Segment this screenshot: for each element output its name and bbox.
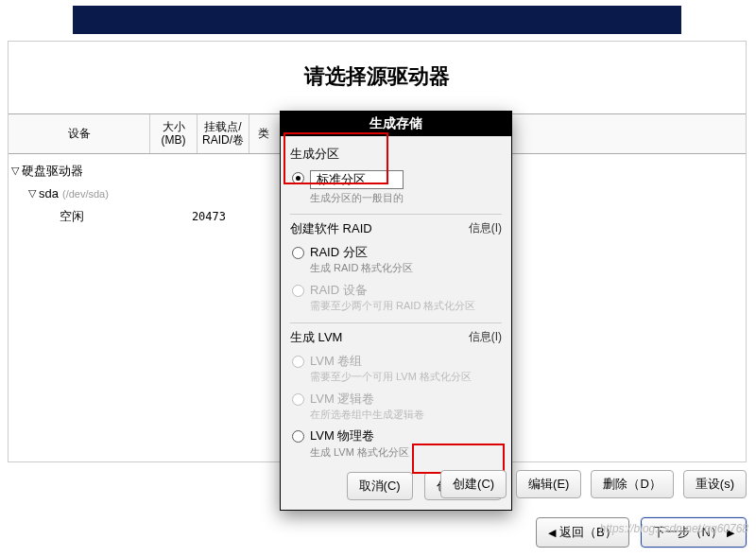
radio-lvm-pv[interactable]: LVM 物理卷 生成 LVM 格式化分区 [290, 425, 502, 462]
back-label: 返回（B） [559, 524, 617, 541]
chevron-down-icon[interactable]: ▽ [26, 187, 39, 200]
radio-standard-partition[interactable]: 标准分区 生成分区的一般目的 [290, 166, 502, 208]
radio-lvm-pv-desc: 生成 LVM 格式化分区 [310, 445, 409, 459]
col-size[interactable]: 大小 (MB) [150, 114, 198, 153]
create-partition-button[interactable]: 创建(C) [440, 470, 507, 498]
page-title: 请选择源驱动器 [9, 42, 746, 113]
radio-icon [292, 285, 304, 297]
next-label: 下一步（N） [653, 524, 723, 541]
radio-icon [292, 356, 304, 368]
section-lvm: 生成 LVM 信息(I) [290, 329, 502, 346]
radio-icon [292, 172, 304, 184]
radio-standard-desc: 生成分区的一般目的 [310, 191, 404, 204]
section-lvm-title: 生成 LVM [290, 329, 342, 346]
radio-lvm-vg-desc: 需要至少一个可用 LVM 格式化分区 [310, 370, 472, 383]
section-raid: 创建软件 RAID 信息(I) [290, 220, 502, 237]
radio-raid-dev-label: RAID 设备 [310, 283, 475, 298]
tree-root-label: 硬盘驱动器 [22, 163, 83, 180]
dialog-title: 生成存储 [281, 112, 511, 136]
col-mount[interactable]: 挂载点/ RAID/卷 [198, 114, 249, 153]
radio-icon [292, 247, 304, 259]
radio-lvm-vg-label: LVM 卷组 [310, 354, 472, 369]
separator [290, 322, 502, 323]
section-partition: 生成分区 [290, 146, 502, 163]
tree-row-free[interactable]: 空闲 20473 [9, 205, 226, 228]
radio-lvm-lv-desc: 在所选卷组中生成逻辑卷 [310, 408, 424, 421]
edit-button[interactable]: 编辑(E) [516, 470, 581, 498]
radio-raid-device: RAID 设备 需要至少两个可用 RAID 格式化分区 [290, 279, 502, 317]
reset-button[interactable]: 重设(s) [683, 470, 747, 498]
col-device[interactable]: 设备 [9, 114, 150, 153]
radio-lvm-lv-label: LVM 逻辑卷 [310, 392, 424, 407]
create-storage-dialog: 生成存储 生成分区 标准分区 生成分区的一般目的 创建软件 RAID 信息(I)… [280, 111, 512, 511]
lvm-info-link[interactable]: 信息(I) [469, 329, 502, 345]
radio-icon [292, 430, 304, 443]
tree-free-label: 空闲 [60, 208, 84, 225]
radio-raid-partition[interactable]: RAID 分区 生成 RAID 格式化分区 [290, 241, 502, 279]
nav-bar: 返回（B） 下一步（N） [8, 517, 747, 548]
section-raid-title: 创建软件 RAID [290, 220, 372, 237]
col-size-l2: (MB) [154, 133, 193, 147]
radio-raid-part-desc: 生成 RAID 格式化分区 [310, 261, 413, 274]
radio-lvm-pv-label: LVM 物理卷 [310, 428, 409, 444]
separator [290, 214, 502, 215]
tree-disk-name: sda [39, 186, 59, 200]
tree-free-size: 20473 [179, 210, 226, 223]
radio-raid-part-label: RAID 分区 [310, 245, 413, 260]
col-mount-l1: 挂载点/ [201, 120, 245, 133]
col-size-l1: 大小 [154, 120, 193, 133]
top-banner [73, 6, 681, 34]
bottom-toolbar: 创建(C) 编辑(E) 删除（D） 重设(s) [8, 470, 747, 498]
radio-icon [292, 393, 304, 406]
dialog-body: 生成分区 标准分区 生成分区的一般目的 创建软件 RAID 信息(I) RAID… [281, 136, 511, 510]
delete-button[interactable]: 删除（D） [591, 470, 673, 498]
raid-info-link[interactable]: 信息(I) [469, 220, 502, 236]
next-button[interactable]: 下一步（N） [641, 517, 747, 548]
back-button[interactable]: 返回（B） [536, 517, 629, 548]
radio-standard-label: 标准分区 [310, 170, 404, 189]
tree-disk-path: (/dev/sda) [62, 188, 109, 200]
col-type[interactable]: 类 [249, 114, 278, 153]
radio-lvm-lv: LVM 逻辑卷 在所选卷组中生成逻辑卷 [290, 388, 502, 426]
chevron-down-icon[interactable]: ▽ [9, 165, 22, 177]
radio-lvm-vg: LVM 卷组 需要至少一个可用 LVM 格式化分区 [290, 350, 502, 388]
section-partition-title: 生成分区 [290, 146, 339, 163]
radio-raid-dev-desc: 需要至少两个可用 RAID 格式化分区 [310, 299, 475, 312]
col-mount-l2: RAID/卷 [201, 133, 245, 147]
